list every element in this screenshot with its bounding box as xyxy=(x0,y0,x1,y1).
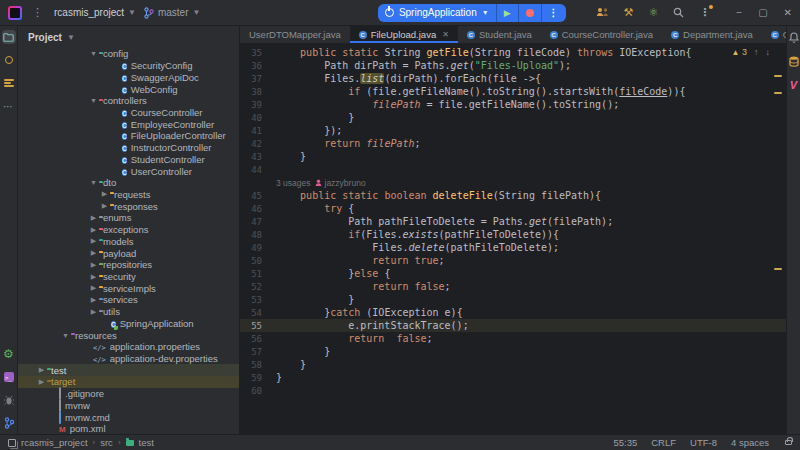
code-line-56[interactable]: 56 return false; xyxy=(240,332,786,345)
line-number[interactable]: 59 xyxy=(240,373,266,383)
caret-position[interactable]: 55:35 xyxy=(613,437,637,448)
chevron-right-icon[interactable]: ▶ xyxy=(99,190,110,198)
structure-tool-icon[interactable] xyxy=(2,76,16,90)
tree-item-resources[interactable]: ▼resources xyxy=(18,329,239,341)
code-text[interactable]: public static boolean deleteFile(String … xyxy=(276,190,601,201)
project-switcher[interactable]: rcasmis_project ▼ xyxy=(54,7,136,18)
close-tab-icon[interactable]: ✕ xyxy=(442,30,449,39)
code-text[interactable]: if(Files.exists(pathFileToDelete)){ xyxy=(276,229,559,240)
prev-warning-arrow-icon[interactable]: ↑ xyxy=(754,47,759,57)
breadcrumb-item[interactable]: src xyxy=(100,437,113,448)
tree-item-security[interactable]: ▶security xyxy=(18,271,239,283)
line-number[interactable]: 37 xyxy=(240,74,266,84)
v-plugin-icon[interactable]: V xyxy=(787,78,800,92)
code-line-36[interactable]: 36 Path dirPath = Paths.get("Files-Uploa… xyxy=(240,59,786,72)
breadcrumb-item[interactable]: test xyxy=(139,437,154,448)
line-number[interactable]: 53 xyxy=(240,295,266,305)
code-line-53[interactable]: 53 } xyxy=(240,293,786,306)
code-line-49[interactable]: 49 Files.delete(pathFileToDelete); xyxy=(240,241,786,254)
search-icon[interactable] xyxy=(673,7,684,18)
chevron-right-icon[interactable]: ▶ xyxy=(36,378,47,386)
tab-FileUpload.java[interactable]: CFileUpload.java✕ xyxy=(350,26,458,43)
project-panel-header[interactable]: Project ▼ xyxy=(18,26,239,48)
main-menu-button[interactable]: ⋮ xyxy=(30,6,46,19)
tree-item-application.properties[interactable]: </>application.properties xyxy=(18,341,239,353)
tree-item-serviceImpls[interactable]: ▶serviceImpls xyxy=(18,282,239,294)
next-warning-arrow-icon[interactable]: ↓ xyxy=(766,47,771,57)
code-text[interactable]: try { xyxy=(276,203,354,214)
tree-item-UserController[interactable]: CUserController xyxy=(18,165,239,177)
project-tool-icon[interactable] xyxy=(2,30,16,44)
tree-item-application-dev.properties[interactable]: </>application-dev.properties xyxy=(18,353,239,365)
tree-item-exceptions[interactable]: ▶exceptions xyxy=(18,224,239,236)
code-line-44[interactable]: 44 xyxy=(240,163,786,176)
notifications-bell-icon[interactable] xyxy=(787,30,800,44)
line-number[interactable]: 38 xyxy=(240,87,266,97)
vcs-branch-widget[interactable]: master ▼ xyxy=(144,7,200,19)
science-icon[interactable]: ⚛ xyxy=(648,7,658,18)
code-text[interactable]: Files.delete(pathFileToDelete); xyxy=(276,242,559,253)
line-number[interactable]: 49 xyxy=(240,243,266,253)
code-text[interactable]: Path pathFileToDelete = Paths.get(filePa… xyxy=(276,216,613,227)
line-number[interactable]: 35 xyxy=(240,48,266,58)
chevron-down-icon[interactable]: ▼ xyxy=(88,179,99,186)
tree-item-payload[interactable]: ▶payload xyxy=(18,247,239,259)
chevron-down-icon[interactable]: ▼ xyxy=(88,50,99,57)
tab-Cours[interactable]: CCours xyxy=(762,26,786,43)
tree-item-InstructorController[interactable]: CInstructorController xyxy=(18,142,239,154)
tree-item-target[interactable]: ▶target xyxy=(18,376,239,388)
line-number[interactable]: 50 xyxy=(240,256,266,266)
usages-hint[interactable]: 3 usagesjazzybruno xyxy=(276,178,366,188)
line-number[interactable]: 42 xyxy=(240,139,266,149)
services-tool-icon[interactable]: ⚙ xyxy=(2,347,16,361)
line-number[interactable]: 41 xyxy=(240,126,266,136)
line-number[interactable]: 43 xyxy=(240,152,266,162)
code-text[interactable]: public static String getFile(String file… xyxy=(276,47,691,58)
run-more-button[interactable]: ⋮ xyxy=(542,4,566,22)
code-text[interactable]: Path dirPath = Paths.get("Files-Upload")… xyxy=(276,60,571,71)
chevron-down-icon[interactable]: ▼ xyxy=(60,332,71,339)
chevron-right-icon[interactable]: ▶ xyxy=(88,237,99,245)
line-number[interactable]: 48 xyxy=(240,230,266,240)
code-line-42[interactable]: 42 return filePath; xyxy=(240,137,786,150)
code-editor[interactable]: ▲ 3 ↑ ↓ 35 public static String getFile(… xyxy=(240,44,786,434)
chevron-right-icon[interactable]: ▶ xyxy=(88,214,99,222)
terminal-tool-icon[interactable]: >_ xyxy=(2,370,16,384)
line-number[interactable]: 54 xyxy=(240,308,266,318)
code-with-me-icon[interactable] xyxy=(596,7,609,19)
maximize-button[interactable]: ▢ xyxy=(758,7,767,18)
code-line-37[interactable]: 37 Files.list(dirPath).forEach(file ->{ xyxy=(240,72,786,85)
code-text[interactable]: } xyxy=(276,372,282,383)
commit-tool-icon[interactable] xyxy=(2,53,16,67)
tree-item-mvnw[interactable]: mvnw xyxy=(18,400,239,412)
line-number[interactable]: 51 xyxy=(240,269,266,279)
tree-item-FileUploaderController[interactable]: CFileUploaderController xyxy=(18,130,239,142)
code-line-55[interactable]: 55 e.printStackTrace(); xyxy=(240,319,786,332)
run-configuration-select[interactable]: SpringApplication ▼ xyxy=(378,4,497,22)
code-text[interactable]: if (file.getFileName().toString().starts… xyxy=(276,86,685,97)
settings-kebab-icon[interactable]: ⋮ xyxy=(699,7,710,18)
chevron-right-icon[interactable]: ▶ xyxy=(99,202,110,210)
tab-CourseController.java[interactable]: CCourseController.java xyxy=(541,26,662,43)
tree-item-.gitignore[interactable]: .gitignore xyxy=(18,388,239,400)
code-line-50[interactable]: 50 return true; xyxy=(240,254,786,267)
readonly-lock-icon[interactable] xyxy=(785,440,792,445)
code-line-47[interactable]: 47 Path pathFileToDelete = Paths.get(fil… xyxy=(240,215,786,228)
code-text[interactable]: } xyxy=(276,151,306,162)
tree-item-SpringApplication[interactable]: CSpringApplication xyxy=(18,318,239,330)
code-line-57[interactable]: 57 } xyxy=(240,345,786,358)
tree-item-SwaggerApiDoc[interactable]: CSwaggerApiDoc xyxy=(18,71,239,83)
code-line-58[interactable]: 58 } xyxy=(240,358,786,371)
code-line-46[interactable]: 46 try { xyxy=(240,202,786,215)
code-line-54[interactable]: 54 }catch (IOException e){ xyxy=(240,306,786,319)
code-text[interactable]: } xyxy=(276,346,330,357)
line-number[interactable]: 58 xyxy=(240,360,266,370)
tree-item-WebConfig[interactable]: CWebConfig xyxy=(18,83,239,95)
tree-item-mvnw.cmd[interactable]: mvnw.cmd xyxy=(18,411,239,423)
code-text[interactable]: filePath = file.getFileName().toString()… xyxy=(276,99,619,110)
code-line-38[interactable]: 38 if (file.getFileName().toString().sta… xyxy=(240,85,786,98)
tree-item-controllers[interactable]: ▼controllers xyxy=(18,95,239,107)
tree-item-repositories[interactable]: ▶repositories xyxy=(18,259,239,271)
tree-item-test[interactable]: ▶test xyxy=(18,364,239,376)
tab-Department.java[interactable]: CDepartment.java xyxy=(662,26,762,43)
